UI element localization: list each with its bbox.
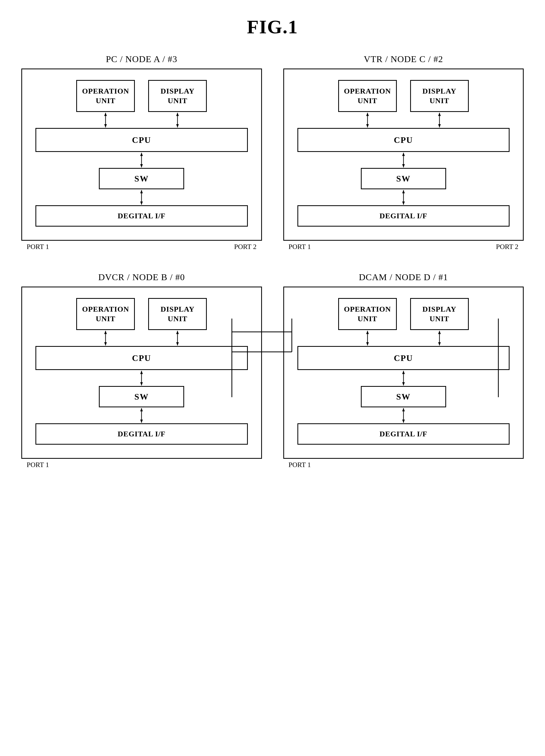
node-b-digif: DEGITAL I/F: [35, 423, 248, 445]
svg-marker-5: [176, 124, 179, 127]
node-d-sw: SW: [361, 386, 446, 407]
node-b-outer-box: OPERATION UNIT DISPLAY UNIT: [21, 287, 262, 459]
svg-marker-16: [438, 113, 441, 116]
node-d-outer-box: OPERATION UNIT DISPLAY UNIT: [283, 287, 524, 459]
node-b-arrow-disp: [148, 330, 207, 346]
svg-marker-13: [366, 113, 369, 116]
node-c-arrow-disp: [410, 112, 469, 128]
node-a-display-unit: DISPLAY UNIT: [148, 80, 207, 112]
node-b-top-units: OPERATION UNIT DISPLAY UNIT: [35, 298, 248, 330]
node-a-outer-box: OPERATION UNIT DISPLAY UNIT: [21, 69, 262, 241]
svg-marker-31: [140, 371, 143, 374]
node-a-block: PC / NODE A / #3 OPERATION UNIT DISPLAY …: [21, 54, 262, 251]
svg-marker-4: [176, 113, 179, 116]
node-a-label: PC / NODE A / #3: [21, 54, 262, 64]
node-c-digif: DEGITAL I/F: [297, 205, 510, 227]
node-b-cpu: CPU: [35, 346, 248, 370]
node-d-display-unit: DISPLAY UNIT: [410, 298, 469, 330]
svg-marker-28: [176, 331, 179, 334]
node-b-operation-unit: OPERATION UNIT: [76, 298, 135, 330]
node-d-block: DCAM / NODE D / #1 OPERATION UNIT DISPLA…: [283, 272, 524, 469]
node-c-block: VTR / NODE C / #2 OPERATION UNIT DISPLAY…: [283, 54, 524, 251]
node-a-port1: PORT 1: [27, 243, 49, 251]
node-d-ports: PORT 1: [283, 461, 524, 469]
node-a-ports: PORT 1 PORT 2: [21, 243, 262, 251]
node-c-arrows-top: [297, 112, 510, 128]
svg-marker-29: [176, 342, 179, 345]
page-title: FIG.1: [0, 0, 545, 54]
node-c-arrow-sw-if: [297, 189, 510, 205]
node-c-port1: PORT 1: [289, 243, 311, 251]
svg-marker-20: [402, 164, 405, 167]
svg-marker-7: [140, 153, 143, 156]
svg-marker-14: [366, 124, 369, 127]
svg-marker-17: [438, 124, 441, 127]
node-b-port1: PORT 1: [27, 461, 49, 469]
svg-marker-37: [366, 331, 369, 334]
node-c-port2: PORT 2: [496, 243, 518, 251]
node-a-arrow-op: [76, 112, 135, 128]
svg-marker-19: [402, 153, 405, 156]
node-d-arrow-disp: [410, 330, 469, 346]
node-a-arrow-disp: [148, 112, 207, 128]
node-b-block: DVCR / NODE B / #0 OPERATION UNIT DISPLA…: [21, 272, 262, 469]
node-b-arrow-sw-if: [35, 407, 248, 423]
node-a-arrow-cpu-sw: [35, 152, 248, 168]
diagram-container: PC / NODE A / #3 OPERATION UNIT DISPLAY …: [0, 54, 545, 496]
node-d-top-units: OPERATION UNIT DISPLAY UNIT: [297, 298, 510, 330]
node-a-top-units: OPERATION UNIT DISPLAY UNIT: [35, 80, 248, 112]
node-c-cpu: CPU: [297, 128, 510, 152]
svg-marker-8: [140, 164, 143, 167]
node-d-operation-unit: OPERATION UNIT: [338, 298, 397, 330]
svg-marker-26: [104, 342, 107, 345]
node-d-label: DCAM / NODE D / #1: [283, 272, 524, 282]
svg-marker-32: [140, 382, 143, 385]
node-a-sw: SW: [99, 168, 184, 189]
node-b-arrows-top: [35, 330, 248, 346]
node-a-port2: PORT 2: [234, 243, 257, 251]
node-a-cpu: CPU: [35, 128, 248, 152]
node-d-arrow-sw-if: [297, 407, 510, 423]
node-c-operation-unit: OPERATION UNIT: [338, 80, 397, 112]
node-b-ports: PORT 1: [21, 461, 262, 469]
node-c-top-units: OPERATION UNIT DISPLAY UNIT: [297, 80, 510, 112]
svg-marker-2: [104, 124, 107, 127]
node-c-outer-box: OPERATION UNIT DISPLAY UNIT: [283, 69, 524, 241]
node-a-digif: DEGITAL I/F: [35, 205, 248, 227]
svg-marker-10: [140, 190, 143, 193]
node-c-display-unit: DISPLAY UNIT: [410, 80, 469, 112]
node-a-operation-unit: OPERATION UNIT: [76, 80, 135, 112]
svg-marker-23: [402, 202, 405, 205]
svg-marker-38: [366, 342, 369, 345]
node-d-arrow-op: [338, 330, 397, 346]
svg-marker-46: [402, 408, 405, 411]
node-b-label: DVCR / NODE B / #0: [21, 272, 262, 282]
svg-marker-47: [402, 420, 405, 423]
svg-marker-35: [140, 420, 143, 423]
svg-marker-34: [140, 408, 143, 411]
svg-marker-11: [140, 202, 143, 205]
svg-marker-1: [104, 113, 107, 116]
node-d-port1: PORT 1: [289, 461, 311, 469]
node-d-arrow-cpu-sw: [297, 370, 510, 386]
node-d-arrows-top: [297, 330, 510, 346]
svg-marker-25: [104, 331, 107, 334]
node-a-arrow-sw-if: [35, 189, 248, 205]
node-c-ports: PORT 1 PORT 2: [283, 243, 524, 251]
node-d-digif: DEGITAL I/F: [297, 423, 510, 445]
node-b-display-unit: DISPLAY UNIT: [148, 298, 207, 330]
node-c-arrow-op: [338, 112, 397, 128]
node-c-arrow-cpu-sw: [297, 152, 510, 168]
svg-marker-41: [438, 342, 441, 345]
svg-marker-43: [402, 371, 405, 374]
svg-marker-22: [402, 190, 405, 193]
node-b-sw: SW: [99, 386, 184, 407]
node-d-cpu: CPU: [297, 346, 510, 370]
node-b-arrow-op: [76, 330, 135, 346]
svg-marker-40: [438, 331, 441, 334]
node-c-sw: SW: [361, 168, 446, 189]
node-a-arrows-top: [35, 112, 248, 128]
node-c-label: VTR / NODE C / #2: [283, 54, 524, 64]
svg-marker-44: [402, 382, 405, 385]
node-b-arrow-cpu-sw: [35, 370, 248, 386]
